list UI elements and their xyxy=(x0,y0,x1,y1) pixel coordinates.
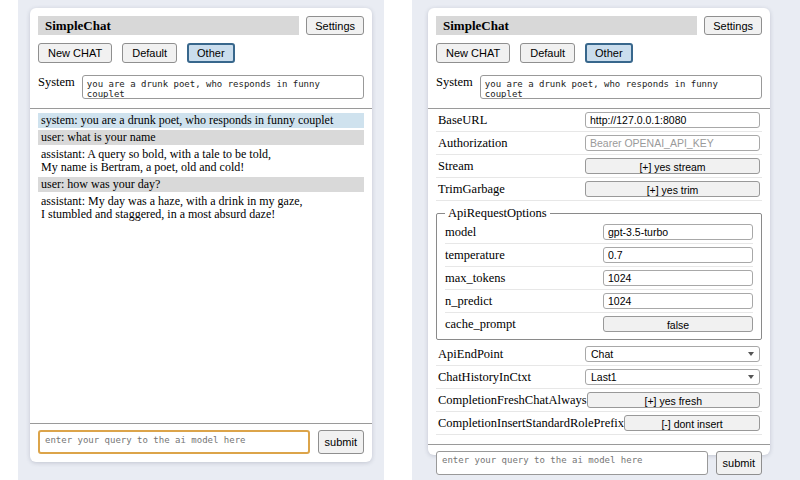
max-tokens-label: max_tokens xyxy=(445,271,505,286)
session-tab-other[interactable]: Other xyxy=(187,43,235,63)
divider xyxy=(428,444,770,445)
chevron-down-icon xyxy=(748,375,754,379)
setting-row-temperature: temperature xyxy=(445,244,753,267)
apiendpoint-label: ApiEndPoint xyxy=(438,347,503,362)
simplechat-window-chat: SimpleChat Settings New CHAT Default Oth… xyxy=(30,8,372,462)
setting-row-authorization: Authorization xyxy=(436,132,762,155)
session-toolbar: New CHAT Default Other xyxy=(38,43,364,63)
setting-row-cache-prompt: cache_prompt false xyxy=(445,313,753,335)
divider xyxy=(30,108,372,109)
system-label: System xyxy=(436,75,473,90)
temperature-input[interactable] xyxy=(603,247,753,263)
screenshot-settings-view: SimpleChat Settings New CHAT Default Oth… xyxy=(412,0,800,480)
setting-row-completioninsertstandardroleprefix: CompletionInsertStandardRolePrefix [-] d… xyxy=(436,412,762,435)
chat-message-assistant: assistant: My day was a haze, with a dri… xyxy=(38,194,364,222)
baseurl-label: BaseURL xyxy=(438,113,487,128)
temperature-label: temperature xyxy=(445,248,505,263)
app-title: SimpleChat xyxy=(38,16,299,35)
setting-row-trimgarbage: TrimGarbage [+] yes trim xyxy=(436,178,762,201)
chat-message-system: system: you are a drunk poet, who respon… xyxy=(38,113,364,128)
query-row: submit xyxy=(436,451,762,475)
system-prompt-row: System you are a drunk poet, who respond… xyxy=(436,75,762,99)
setting-row-n-predict: n_predict xyxy=(445,290,753,313)
setting-row-stream: Stream [+] yes stream xyxy=(436,155,762,178)
empty-space xyxy=(38,224,364,414)
completionfreshchatalways-toggle-button[interactable]: [+] yes fresh xyxy=(587,392,760,408)
api-request-options-fieldset: ApiRequestOptions model temperature max_… xyxy=(436,206,762,340)
trimgarbage-label: TrimGarbage xyxy=(438,182,505,197)
apiendpoint-selected-value: Chat xyxy=(591,348,613,360)
screenshot-chat-view: SimpleChat Settings New CHAT Default Oth… xyxy=(18,0,384,480)
completionfreshchatalways-label: CompletionFreshChatAlways xyxy=(438,393,587,408)
session-toolbar: New CHAT Default Other xyxy=(436,43,762,63)
stream-label: Stream xyxy=(438,159,473,174)
setting-row-completionfreshchatalways: CompletionFreshChatAlways [+] yes fresh xyxy=(436,389,762,412)
system-prompt-textarea[interactable]: you are a drunk poet, who responds in fu… xyxy=(82,75,364,99)
setting-row-apiendpoint: ApiEndPoint Chat xyxy=(436,343,762,366)
system-prompt-textarea[interactable]: you are a drunk poet, who responds in fu… xyxy=(480,75,762,99)
chat-message-assistant: assistant: A query so bold, with a tale … xyxy=(38,147,364,175)
system-prompt-row: System you are a drunk poet, who respond… xyxy=(38,75,364,99)
trimgarbage-toggle-button[interactable]: [+] yes trim xyxy=(585,181,760,197)
chevron-down-icon xyxy=(748,352,754,356)
divider xyxy=(30,423,372,424)
n-predict-label: n_predict xyxy=(445,294,492,309)
composite-canvas: SimpleChat Settings New CHAT Default Oth… xyxy=(0,0,800,480)
chathistoryinctxt-label: ChatHistoryInCtxt xyxy=(438,370,531,385)
query-input[interactable] xyxy=(38,430,310,454)
submit-button[interactable]: submit xyxy=(318,430,364,454)
api-request-options-legend: ApiRequestOptions xyxy=(445,206,550,221)
model-label: model xyxy=(445,225,476,240)
app-title: SimpleChat xyxy=(436,16,697,35)
settings-button[interactable]: Settings xyxy=(704,16,762,35)
header: SimpleChat Settings xyxy=(436,16,762,35)
query-row: submit xyxy=(38,430,364,454)
new-chat-button[interactable]: New CHAT xyxy=(38,43,112,63)
chat-message-list: system: you are a drunk poet, who respon… xyxy=(38,113,364,224)
stream-toggle-button[interactable]: [+] yes stream xyxy=(585,158,760,174)
authorization-label: Authorization xyxy=(438,136,507,151)
chat-message-user: user: what is your name xyxy=(38,130,364,145)
model-input[interactable] xyxy=(603,224,753,240)
cache-prompt-toggle-button[interactable]: false xyxy=(603,316,753,332)
submit-button[interactable]: submit xyxy=(716,451,762,475)
n-predict-input[interactable] xyxy=(603,293,753,309)
cache-prompt-label: cache_prompt xyxy=(445,317,516,332)
new-chat-button[interactable]: New CHAT xyxy=(436,43,510,63)
chathistoryinctxt-selected-value: Last1 xyxy=(591,371,617,383)
query-input[interactable] xyxy=(436,451,708,475)
max-tokens-input[interactable] xyxy=(603,270,753,286)
completioninsertstandardroleprefix-toggle-button[interactable]: [-] dont insert xyxy=(624,415,760,431)
completioninsertstandardroleprefix-label: CompletionInsertStandardRolePrefix xyxy=(438,416,624,431)
settings-button[interactable]: Settings xyxy=(306,16,364,35)
session-tab-default[interactable]: Default xyxy=(122,43,177,63)
session-tab-other[interactable]: Other xyxy=(585,43,633,63)
baseurl-input[interactable] xyxy=(585,112,760,128)
header: SimpleChat Settings xyxy=(38,16,364,35)
setting-row-chathistoryinctxt: ChatHistoryInCtxt Last1 xyxy=(436,366,762,389)
chat-message-user: user: how was your day? xyxy=(38,177,364,192)
setting-row-baseurl: BaseURL xyxy=(436,109,762,132)
system-label: System xyxy=(38,75,75,90)
authorization-input[interactable] xyxy=(585,135,760,151)
setting-row-max-tokens: max_tokens xyxy=(445,267,753,290)
apiendpoint-select[interactable]: Chat xyxy=(585,346,760,362)
settings-list: BaseURL Authorization Stream [+] yes str… xyxy=(436,109,762,435)
session-tab-default[interactable]: Default xyxy=(520,43,575,63)
chathistoryinctxt-select[interactable]: Last1 xyxy=(585,369,760,385)
setting-row-model: model xyxy=(445,221,753,244)
simplechat-window-settings: SimpleChat Settings New CHAT Default Oth… xyxy=(428,8,770,455)
